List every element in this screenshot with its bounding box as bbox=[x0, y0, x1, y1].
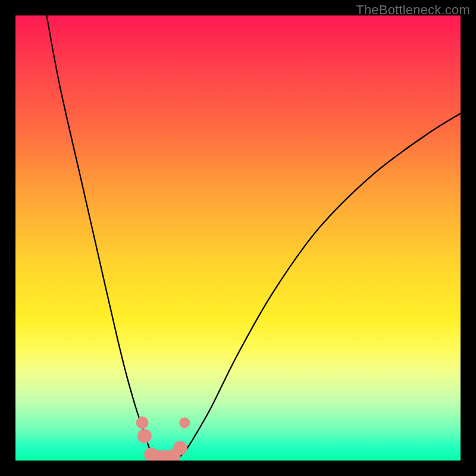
plot-area bbox=[15, 15, 461, 461]
cluster-dot bbox=[136, 416, 149, 429]
curve-right-branch bbox=[176, 114, 461, 461]
cluster-dot bbox=[179, 417, 190, 428]
watermark-text: TheBottleneck.com bbox=[356, 2, 470, 18]
curve-left-branch bbox=[46, 15, 158, 461]
cluster-dot bbox=[173, 441, 187, 455]
curve-layer bbox=[15, 15, 461, 461]
cluster-dot bbox=[137, 429, 152, 443]
bottom-cluster-dots bbox=[136, 416, 190, 461]
